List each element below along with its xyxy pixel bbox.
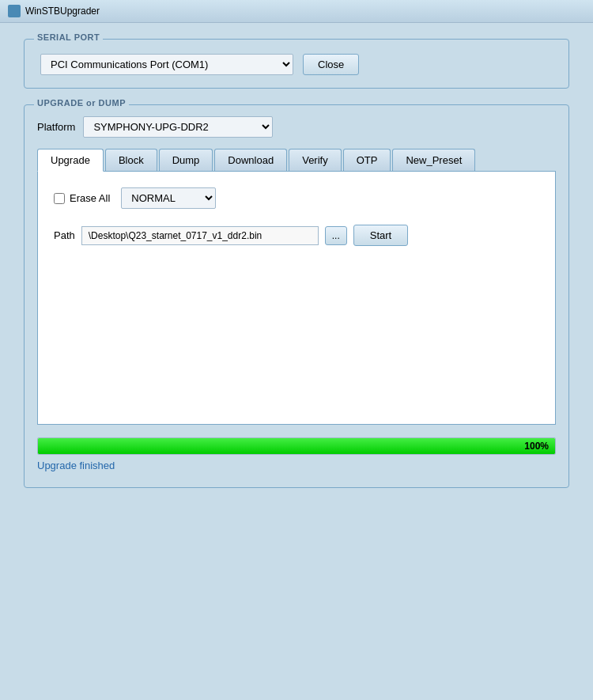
erase-all-text: Erase All (70, 192, 110, 204)
serial-port-legend: SERIAL PORT (34, 32, 103, 42)
upgrade-dump-legend: UPGRADE or DUMP (34, 98, 129, 108)
progress-section: 100% Upgrade finished (37, 437, 556, 471)
tab-block[interactable]: Block (105, 149, 157, 171)
progress-bar-fill (38, 438, 555, 454)
tab-new-preset[interactable]: New_Preset (392, 149, 475, 171)
browse-button[interactable]: ... (325, 226, 347, 245)
upgrade-dump-group: UPGRADE or DUMP Platform SYMPHONY-UPG-DD… (24, 104, 569, 488)
platform-label: Platform (37, 121, 75, 133)
tab-dump[interactable]: Dump (159, 149, 213, 171)
tabs-container: Upgrade Block Dump Download Verify OTP N… (37, 149, 556, 172)
erase-all-label[interactable]: Erase All (54, 192, 110, 204)
path-label: Path (54, 229, 75, 241)
progress-status-label: Upgrade finished (37, 460, 556, 471)
close-button[interactable]: Close (303, 54, 359, 75)
tab-content-upgrade: Erase All NORMALFASTCHIP Path ... Start (37, 172, 556, 425)
platform-select[interactable]: SYMPHONY-UPG-DDR2SYMPHONY-UPG-DDR3 (83, 116, 273, 138)
erase-all-checkbox[interactable] (54, 193, 65, 204)
start-button[interactable]: Start (353, 225, 408, 246)
tab-upgrade[interactable]: Upgrade (37, 149, 104, 172)
app-icon (8, 5, 21, 17)
erase-row: Erase All NORMALFASTCHIP (54, 187, 539, 209)
tab-verify[interactable]: Verify (289, 149, 342, 171)
title-bar: WinSTBUpgrader (0, 0, 593, 23)
tab-download[interactable]: Download (214, 149, 287, 171)
tab-otp[interactable]: OTP (343, 149, 391, 171)
title-bar-text: WinSTBUpgrader (25, 6, 100, 17)
path-input[interactable] (81, 226, 319, 245)
main-content: SERIAL PORT PCI Communications Port (COM… (0, 23, 593, 504)
erase-mode-select[interactable]: NORMALFASTCHIP (121, 187, 216, 209)
serial-port-row: PCI Communications Port (COM1)COM2COM3 C… (40, 49, 553, 75)
serial-port-group: SERIAL PORT PCI Communications Port (COM… (24, 39, 569, 89)
progress-text: 100% (524, 441, 549, 452)
progress-bar-container: 100% (37, 437, 556, 455)
platform-row: Platform SYMPHONY-UPG-DDR2SYMPHONY-UPG-D… (37, 116, 556, 138)
path-row: Path ... Start (54, 225, 539, 246)
serial-port-select[interactable]: PCI Communications Port (COM1)COM2COM3 (40, 54, 293, 75)
